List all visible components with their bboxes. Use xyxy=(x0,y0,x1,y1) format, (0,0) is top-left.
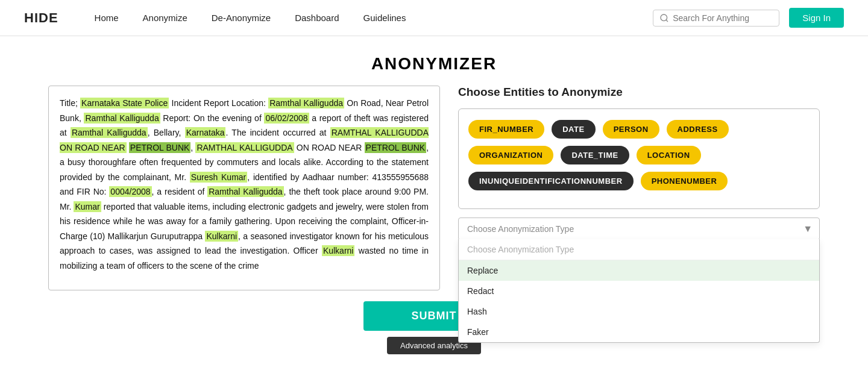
highlight-kulkarni1: Kulkarni xyxy=(205,231,238,242)
entity-phonenumber[interactable]: PHONENUMBER xyxy=(641,172,728,190)
entity-person[interactable]: PERSON xyxy=(603,120,659,139)
text-report: Report: On the evening of xyxy=(160,113,265,123)
dropdown-open-list: Choose Anonymization Type Replace Redact… xyxy=(458,239,820,343)
entity-buttons-box: FIR_NUMBER DATE PERSON ADDRESS ORGANIZAT… xyxy=(458,108,820,209)
nav-links: Home Anonymize De-Anonymize Dashboard Gu… xyxy=(95,13,653,23)
dropdown-list-redact[interactable]: Redact xyxy=(459,281,819,301)
highlight-suresh-kumar: Suresh Kumar xyxy=(190,172,247,183)
entity-row-3: INUNIQUEIDENTIFICATIONNUMBER PHONENUMBER xyxy=(468,172,810,190)
svg-line-1 xyxy=(666,20,668,22)
entity-location[interactable]: LOCATION xyxy=(637,146,701,164)
entities-title: Choose Entities to Anonymize xyxy=(458,86,820,99)
highlight-ramthal1: Ramthal Kalligudda xyxy=(268,98,344,108)
signin-button[interactable]: Sign In xyxy=(789,8,844,28)
nav-guidelines[interactable]: Guidelines xyxy=(363,13,406,23)
svg-point-0 xyxy=(661,14,667,21)
search-box xyxy=(653,10,779,27)
search-input[interactable] xyxy=(673,13,773,23)
text-resident: , a resident of xyxy=(152,187,208,196)
entity-organization[interactable]: ORGANIZATION xyxy=(468,146,553,164)
highlight-date1: 06/02/2008 xyxy=(264,113,309,124)
dropdown-list-placeholder: Choose Anonymization Type xyxy=(459,239,819,260)
navbar-right: Sign In xyxy=(653,8,844,28)
page-title: ANONYMIZER xyxy=(0,54,868,74)
nav-anonymize[interactable]: Anonymize xyxy=(143,13,187,23)
text-static-incident: Incident Report Location: xyxy=(169,98,268,108)
highlight-kulkarni2: Kulkarni xyxy=(322,245,355,256)
highlight-ramthal4: Ramthal Kalligudda xyxy=(207,186,283,197)
text-static-title: Title; xyxy=(60,98,80,108)
highlight-petrol2: PETROL BUNK xyxy=(365,142,427,153)
highlight-karnataka-state-police: Karnataka State Police xyxy=(80,98,169,108)
main-layout: Title; Karnataka State Police Incident R… xyxy=(0,86,868,290)
text-bellary: , Bellary, xyxy=(148,128,185,137)
entity-address[interactable]: ADDRESS xyxy=(667,120,729,139)
nav-dashboard[interactable]: Dashboard xyxy=(295,13,339,23)
nav-home[interactable]: Home xyxy=(95,13,119,23)
navbar: HIDE Home Anonymize De-Anonymize Dashboa… xyxy=(0,0,868,36)
highlight-ramthal3: Ramthal Kalligudda xyxy=(71,127,148,138)
logo: HIDE xyxy=(24,10,58,26)
highlight-karnataka: Karnataka xyxy=(185,127,226,138)
dropdown-list-faker[interactable]: Faker xyxy=(459,322,819,342)
anonymization-type-select[interactable]: Choose Anonymization Type Replace Redact… xyxy=(458,218,820,240)
text-panel: Title; Karnataka State Police Incident R… xyxy=(48,86,440,290)
text-on-road2: ON ROAD NEAR xyxy=(294,143,365,152)
dropdown-list-replace[interactable]: Replace xyxy=(459,260,819,281)
anonymization-type-dropdown-container: Choose Anonymization Type Replace Redact… xyxy=(458,218,820,240)
search-icon xyxy=(659,13,669,23)
entity-date-time[interactable]: DATE_TIME xyxy=(561,146,629,164)
entity-row-2: ORGANIZATION DATE_TIME LOCATION xyxy=(468,146,810,164)
highlight-petrol1: PETROL BUNK xyxy=(129,142,191,153)
highlight-fir: 0004/2008 xyxy=(109,186,151,197)
entity-date[interactable]: DATE xyxy=(552,120,595,139)
entity-inunique[interactable]: INUNIQUEIDENTIFICATIONNUMBER xyxy=(468,172,634,190)
highlight-ramthal2: Ramthal Kalligudda xyxy=(84,113,160,124)
highlight-kumar: Kumar xyxy=(74,201,101,212)
dropdown-list-hash[interactable]: Hash xyxy=(459,301,819,322)
entity-row-1: FIR_NUMBER DATE PERSON ADDRESS xyxy=(468,120,810,139)
entity-fir-number[interactable]: FIR_NUMBER xyxy=(468,120,544,139)
highlight-ramthal-caps2: RAMTHAL KALLIGUDDA xyxy=(195,142,294,153)
text-the: . The incident occurred at xyxy=(225,128,330,137)
nav-deanonymize[interactable]: De-Anonymize xyxy=(212,13,271,23)
right-panel: Choose Entities to Anonymize FIR_NUMBER … xyxy=(458,86,820,240)
